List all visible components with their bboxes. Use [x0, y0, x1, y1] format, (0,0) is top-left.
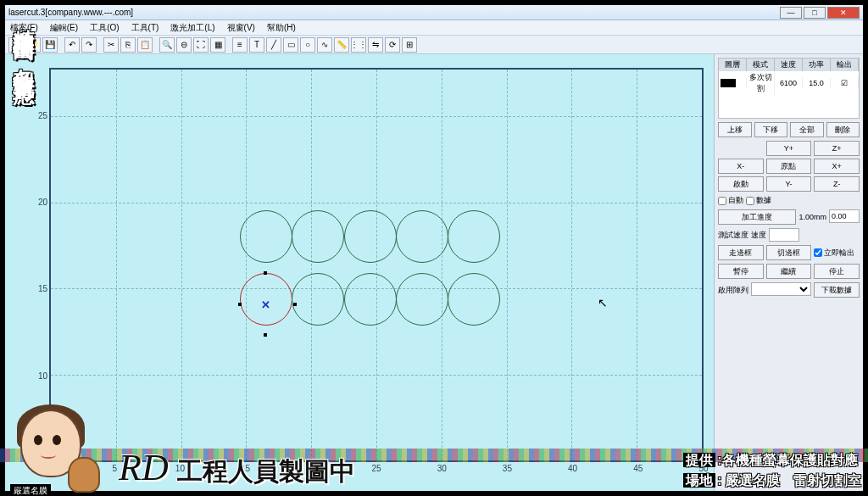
shape-circle[interactable]: [396, 273, 448, 326]
shape-circle[interactable]: [292, 210, 344, 263]
save-icon[interactable]: 💾: [42, 37, 58, 53]
col-layer: 圖層: [719, 59, 747, 71]
rect-icon[interactable]: ▭: [283, 37, 298, 53]
menu-tools2[interactable]: 工具(T): [131, 22, 159, 34]
cursor-icon: ↖: [598, 296, 608, 309]
layer-speed: 6100: [775, 78, 803, 88]
dog-illustration: [68, 457, 100, 493]
x-tick: 40: [568, 464, 577, 473]
fit-icon[interactable]: ⛶: [193, 37, 209, 53]
shape-circle[interactable]: [396, 210, 448, 263]
text-icon[interactable]: T: [249, 37, 264, 53]
measure-icon[interactable]: 📏: [334, 37, 349, 53]
info-overlay: 提供:各機種螢幕保護貼對應 場地: 嚴選名膜 雷射切割室: [683, 450, 861, 491]
brand-tag: 嚴選名膜: [10, 484, 51, 496]
menu-tools[interactable]: 工具(O): [90, 22, 119, 34]
align-icon[interactable]: ⊞: [402, 37, 417, 53]
window-titlebar: lasercut.3[company.www.---.com] — □ ✕: [5, 5, 863, 20]
redo-icon[interactable]: ↷: [81, 37, 97, 53]
y-tick: 20: [38, 198, 47, 207]
grid-icon[interactable]: ▦: [210, 37, 225, 53]
menu-laser[interactable]: 激光加工(L): [170, 22, 214, 34]
side-panel: 圖層 模式 速度 功率 輸出 多次切割 6100 15.0 ☑ 上移 下移 全部: [714, 54, 863, 491]
data-checkbox[interactable]: 數據: [746, 195, 771, 206]
y-tick: 15: [38, 284, 47, 293]
layer-output-check[interactable]: ☑: [831, 78, 859, 88]
shape-circle[interactable]: [448, 273, 500, 326]
shape-circle[interactable]: [344, 273, 397, 326]
copy-icon[interactable]: ⎘: [120, 37, 136, 53]
x-plus-button[interactable]: X+: [814, 159, 860, 174]
move-up-button[interactable]: 上移: [718, 122, 752, 137]
line-icon[interactable]: ╱: [266, 37, 281, 53]
provide-value: :各機種螢幕保護貼對應: [717, 453, 857, 467]
auto-checkbox[interactable]: 自動: [718, 195, 743, 206]
immediate-output-check[interactable]: 立即輸出: [814, 245, 860, 260]
shape-circle[interactable]: [344, 210, 397, 263]
move-down-button[interactable]: 下移: [754, 122, 788, 137]
layer-icon[interactable]: ≡: [232, 37, 248, 53]
avatar-illustration: 嚴選名膜: [5, 406, 115, 496]
rotate-icon[interactable]: ⟳: [385, 37, 400, 53]
y-plus-button[interactable]: Y+: [766, 141, 812, 156]
undo-icon[interactable]: ↶: [64, 37, 80, 53]
distance-label: 1.00mm: [798, 209, 826, 225]
download-button[interactable]: 下載數據: [814, 282, 860, 298]
close-button[interactable]: ✕: [827, 7, 860, 19]
maximize-button[interactable]: □: [804, 7, 826, 19]
cut-icon[interactable]: ✂: [103, 37, 119, 53]
pause-button[interactable]: 暫停: [718, 264, 764, 279]
layer-power: 15.0: [803, 78, 831, 88]
x-tick: 25: [371, 464, 381, 473]
menu-bar: 檔案(F) 編輯(E) 工具(O) 工具(T) 激光加工(L) 視窗(V) 幫助…: [5, 20, 863, 36]
zoom-in-icon[interactable]: 🔍: [159, 37, 175, 53]
resume-button[interactable]: 繼續: [766, 264, 812, 279]
y-axis: 25 20 15 10: [31, 68, 49, 462]
place-label: 場地: [683, 473, 715, 488]
start-button[interactable]: 啟動: [718, 176, 764, 192]
array-select[interactable]: [751, 282, 811, 296]
delete-button[interactable]: 刪除: [826, 122, 860, 137]
z-plus-button[interactable]: Z+: [814, 141, 860, 156]
menu-help[interactable]: 幫助(H): [267, 22, 296, 34]
menu-edit[interactable]: 編輯(E): [50, 22, 78, 34]
mirror-icon[interactable]: ⇋: [368, 37, 383, 53]
menu-view[interactable]: 視窗(V): [227, 22, 255, 34]
x-tick: 35: [503, 464, 512, 473]
frame-cut-button[interactable]: 切邊框: [766, 245, 812, 260]
place-value: : 嚴選名膜 雷射切割室: [717, 473, 861, 488]
frame-walk-button[interactable]: 走邊框: [718, 245, 764, 260]
x-minus-button[interactable]: X-: [718, 159, 764, 174]
col-speed: 速度: [775, 59, 803, 71]
toolbar: ▫ 📂 💾 ↶ ↷ ✂ ⎘ 📋 🔍 ⊖ ⛶ ▦ ≡ T ╱ ▭ ○ ∿ 📏 ⋮⋮…: [5, 36, 863, 54]
speed-input[interactable]: [769, 228, 799, 242]
y-minus-button[interactable]: Y-: [766, 176, 812, 192]
layer-row[interactable]: 多次切割 6100 15.0 ☑: [719, 71, 859, 95]
shape-circle[interactable]: [448, 210, 500, 263]
y-tick: 10: [38, 371, 47, 380]
shape-circle[interactable]: [240, 210, 292, 263]
layer-list[interactable]: 圖層 模式 速度 功率 輸出 多次切割 6100 15.0 ☑: [718, 58, 860, 119]
array-icon[interactable]: ⋮⋮: [351, 37, 366, 53]
vertical-caption: 精準構圖＼各型號對應: [8, 12, 38, 68]
col-mode: 模式: [747, 59, 775, 71]
array-label: 啟用陣列: [718, 282, 748, 298]
shape-circle[interactable]: [292, 273, 344, 326]
progress-button[interactable]: 加工進度: [718, 209, 796, 225]
layer-color-swatch: [721, 79, 736, 87]
y-tick: 25: [38, 110, 47, 120]
x-tick: 45: [633, 464, 643, 473]
speed-label: 速度: [751, 228, 766, 242]
minimize-button[interactable]: —: [780, 7, 802, 19]
curve-icon[interactable]: ∿: [317, 37, 332, 53]
circle-icon[interactable]: ○: [300, 37, 315, 53]
home-button[interactable]: 原點: [766, 159, 812, 174]
provide-label: 提供: [683, 453, 715, 467]
select-all-button[interactable]: 全部: [790, 122, 824, 137]
stop-button[interactable]: 停止: [814, 264, 860, 279]
z-minus-button[interactable]: Z-: [814, 176, 860, 192]
paste-icon[interactable]: 📋: [137, 37, 153, 53]
progress-input[interactable]: [829, 209, 860, 223]
test-speed-label: 測試速度: [718, 228, 748, 242]
zoom-out-icon[interactable]: ⊖: [176, 37, 192, 53]
